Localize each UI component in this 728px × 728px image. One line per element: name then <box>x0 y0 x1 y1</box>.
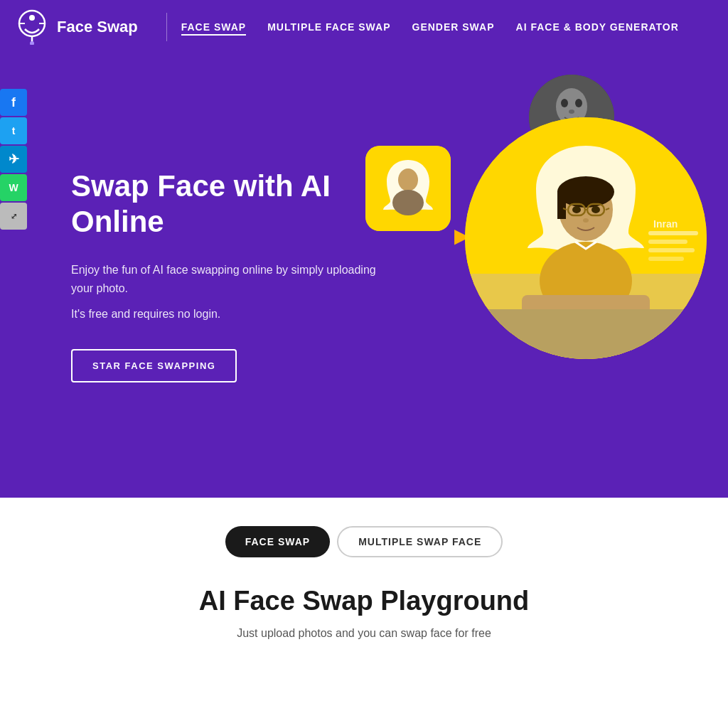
nav-links: FACE SWAP MULTIPLE FACE SWAP GENDER SWAP… <box>181 21 679 33</box>
svg-point-9 <box>561 99 568 107</box>
hero-content: Swap Face with AI Online Enjoy the fun o… <box>71 168 398 383</box>
nav-link-face-swap[interactable]: FACE SWAP <box>181 21 246 36</box>
svg-rect-31 <box>648 231 698 235</box>
logo[interactable]: Face Swap <box>14 9 138 45</box>
tab-face-swap[interactable]: FACE SWAP <box>225 526 330 557</box>
svg-point-13 <box>398 168 418 191</box>
svg-point-10 <box>575 99 582 107</box>
tab-buttons: FACE SWAP MULTIPLE SWAP FACE <box>225 526 503 557</box>
nav-item-multiple[interactable]: MULTIPLE FACE SWAP <box>267 21 390 33</box>
nav-divider <box>166 13 167 41</box>
share-button[interactable]: ⤢ <box>0 203 27 230</box>
bottom-section: FACE SWAP MULTIPLE SWAP FACE AI Face Swa… <box>0 498 728 728</box>
svg-rect-33 <box>648 248 695 252</box>
svg-point-27 <box>583 218 589 223</box>
navbar: Face Swap FACE SWAP MULTIPLE FACE SWAP G… <box>0 0 728 53</box>
svg-point-25 <box>572 206 581 213</box>
main-circle-image: Inran <box>465 117 707 359</box>
main-circle-svg: Inran <box>465 117 707 359</box>
nav-item-face-swap[interactable]: FACE SWAP <box>181 21 246 33</box>
facebook-button[interactable]: f <box>0 89 27 116</box>
svg-point-5 <box>30 41 34 45</box>
logo-text: Face Swap <box>57 18 138 36</box>
nav-link-ai[interactable]: AI FACE & BODY GENERATOR <box>516 21 679 33</box>
nav-link-multiple[interactable]: MULTIPLE FACE SWAP <box>267 21 390 33</box>
tab-multiple-swap[interactable]: MULTIPLE SWAP FACE <box>337 526 503 557</box>
hero-free-text: It's free and requires no login. <box>71 308 398 321</box>
nav-item-ai[interactable]: AI FACE & BODY GENERATOR <box>516 21 679 33</box>
playground-title: AI Face Swap Playground <box>199 586 530 616</box>
svg-point-26 <box>592 206 600 213</box>
logo-icon <box>14 9 50 45</box>
social-sidebar: f t ✈ W ⤢ <box>0 89 27 231</box>
hero-title: Swap Face with AI Online <box>71 168 398 240</box>
nav-link-gender[interactable]: GENDER SWAP <box>412 21 495 33</box>
playground-subtitle: Just upload photos and you can swap face… <box>237 627 491 640</box>
svg-rect-34 <box>648 257 684 261</box>
svg-point-11 <box>569 109 574 114</box>
nav-item-gender[interactable]: GENDER SWAP <box>412 21 495 33</box>
svg-text:Inran: Inran <box>653 218 678 230</box>
svg-rect-32 <box>648 240 687 244</box>
hero-section: f t ✈ W ⤢ Swap Face with AI Online Enjoy… <box>0 53 728 498</box>
hero-description: Enjoy the fun of AI face swapping online… <box>71 261 398 297</box>
svg-point-1 <box>29 15 35 21</box>
svg-rect-30 <box>465 309 707 359</box>
whatsapp-button[interactable]: W <box>0 174 27 201</box>
cta-button[interactable]: STAR FACE SWAPPING <box>71 349 237 382</box>
svg-rect-19 <box>557 191 566 219</box>
hero-images: ▶ ▼ <box>365 75 707 480</box>
twitter-button[interactable]: t <box>0 117 27 144</box>
telegram-button[interactable]: ✈ <box>0 146 27 173</box>
